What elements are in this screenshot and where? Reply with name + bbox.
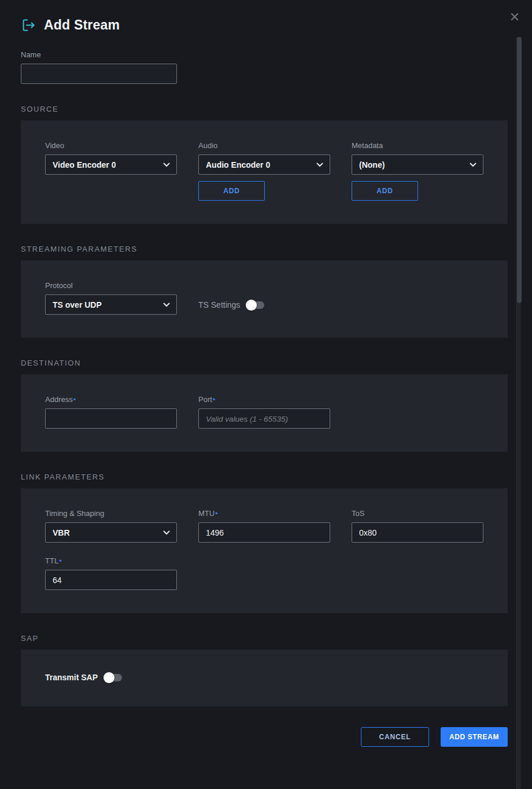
chevron-down-icon bbox=[163, 530, 170, 535]
name-input[interactable] bbox=[21, 64, 177, 84]
protocol-select-value: TS over UDP bbox=[53, 300, 102, 309]
video-select-value: Video Encoder 0 bbox=[53, 160, 116, 169]
add-stream-dialog: ✕ Add Stream Name SOURCE Vi bbox=[0, 0, 532, 789]
destination-section-header: DESTINATION bbox=[21, 359, 508, 367]
video-label: Video bbox=[45, 141, 177, 150]
ts-settings-group: TS Settings bbox=[198, 300, 330, 309]
required-mark: • bbox=[73, 395, 76, 404]
required-mark: • bbox=[215, 509, 218, 518]
metadata-field-group: Metadata (None) ADD bbox=[352, 141, 483, 201]
ttl-label: TTL• bbox=[45, 556, 177, 565]
port-label: Port• bbox=[198, 395, 330, 404]
port-field-group: Port• bbox=[198, 395, 330, 429]
toggle-knob bbox=[246, 300, 257, 311]
add-metadata-button[interactable]: ADD bbox=[352, 181, 418, 201]
mtu-field-group: MTU• bbox=[198, 509, 330, 543]
scrollbar-track[interactable] bbox=[516, 37, 521, 789]
audio-select-value: Audio Encoder 0 bbox=[206, 160, 270, 169]
close-icon[interactable]: ✕ bbox=[507, 9, 523, 25]
required-mark: • bbox=[213, 395, 216, 404]
audio-select[interactable]: Audio Encoder 0 bbox=[198, 154, 330, 175]
chevron-down-icon bbox=[470, 163, 476, 167]
metadata-select-value: (None) bbox=[359, 160, 385, 169]
sap-panel: Transmit SAP bbox=[21, 650, 508, 706]
page-title: Add Stream bbox=[44, 17, 120, 33]
protocol-field-group: Protocol TS over UDP bbox=[45, 281, 177, 315]
destination-panel: Address• Port• bbox=[21, 374, 508, 452]
timing-shaping-select-value: VBR bbox=[53, 528, 70, 537]
add-stream-button[interactable]: ADD STREAM bbox=[441, 727, 508, 747]
source-panel: Video Video Encoder 0 Audio Audio Encode… bbox=[21, 120, 508, 224]
scrollbar-thumb[interactable] bbox=[517, 37, 522, 303]
metadata-select[interactable]: (None) bbox=[352, 154, 483, 175]
video-select[interactable]: Video Encoder 0 bbox=[45, 154, 177, 175]
source-section-header: SOURCE bbox=[21, 105, 508, 113]
sap-section-header: SAP bbox=[21, 634, 508, 643]
link-section-header: LINK PARAMETERS bbox=[21, 473, 508, 481]
ttl-field-group: TTL• bbox=[45, 556, 177, 590]
name-label: Name bbox=[21, 50, 177, 59]
toggle-knob bbox=[104, 672, 114, 683]
cancel-button[interactable]: CANCEL bbox=[361, 727, 429, 747]
streaming-panel: Protocol TS over UDP TS Settings bbox=[21, 260, 508, 338]
link-panel: Timing & Shaping VBR MTU• ToS bbox=[21, 488, 508, 613]
tos-field-group: ToS bbox=[352, 509, 483, 543]
ts-settings-toggle[interactable] bbox=[247, 301, 264, 309]
audio-field-group: Audio Audio Encoder 0 ADD bbox=[198, 141, 330, 201]
dialog-footer: CANCEL ADD STREAM bbox=[21, 727, 508, 747]
timing-shaping-label: Timing & Shaping bbox=[45, 509, 177, 518]
stream-out-icon bbox=[21, 17, 36, 33]
video-field-group: Video Video Encoder 0 bbox=[45, 141, 177, 201]
dialog-header: Add Stream bbox=[21, 17, 508, 33]
transmit-sap-label: Transmit SAP bbox=[45, 673, 98, 682]
audio-label: Audio bbox=[198, 141, 330, 150]
timing-shaping-select[interactable]: VBR bbox=[45, 522, 177, 543]
mtu-label: MTU• bbox=[198, 509, 330, 518]
metadata-label: Metadata bbox=[352, 141, 483, 150]
tos-input[interactable] bbox=[352, 522, 483, 543]
ttl-input[interactable] bbox=[45, 570, 177, 590]
tos-label: ToS bbox=[352, 509, 483, 518]
chevron-down-icon bbox=[163, 303, 170, 307]
timing-shaping-field-group: Timing & Shaping VBR bbox=[45, 509, 177, 543]
ts-settings-label: TS Settings bbox=[198, 300, 240, 309]
add-audio-button[interactable]: ADD bbox=[198, 181, 265, 201]
mtu-input[interactable] bbox=[198, 522, 330, 543]
required-mark: • bbox=[59, 556, 62, 565]
transmit-sap-toggle[interactable] bbox=[105, 674, 122, 681]
name-field-group: Name bbox=[21, 50, 177, 84]
address-field-group: Address• bbox=[45, 395, 177, 429]
streaming-section-header: STREAMING PARAMETERS bbox=[21, 245, 508, 253]
address-label: Address• bbox=[45, 395, 177, 404]
address-input[interactable] bbox=[45, 408, 177, 429]
protocol-select[interactable]: TS over UDP bbox=[45, 294, 177, 315]
protocol-label: Protocol bbox=[45, 281, 177, 290]
chevron-down-icon bbox=[316, 163, 323, 167]
chevron-down-icon bbox=[163, 163, 170, 167]
port-input[interactable] bbox=[198, 408, 330, 429]
transmit-sap-group: Transmit SAP bbox=[45, 673, 483, 682]
